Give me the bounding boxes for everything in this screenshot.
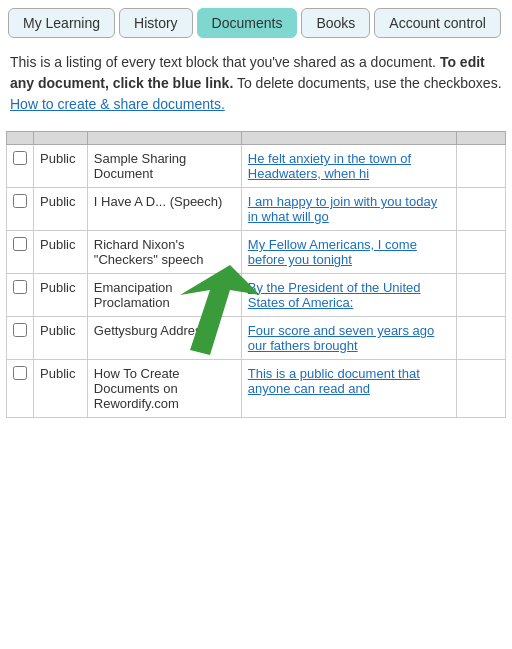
row-checkbox-1[interactable] — [13, 194, 27, 208]
row-title-0: Sample Sharing Document — [87, 145, 241, 188]
content-link-0[interactable]: He felt anxiety in the town of Headwater… — [248, 151, 411, 181]
tab-books[interactable]: Books — [301, 8, 370, 38]
row-title-1: I Have A D... (Speech) — [87, 188, 241, 231]
row-type-0: Public — [34, 145, 88, 188]
content-link-3[interactable]: By the President of the United States of… — [248, 280, 421, 310]
tab-account-control[interactable]: Account control — [374, 8, 501, 38]
row-title-3: Emancipation Proclamation — [87, 274, 241, 317]
row-type-2: Public — [34, 231, 88, 274]
row-title-2: Richard Nixon's "Checkers" speech — [87, 231, 241, 274]
tab-history[interactable]: History — [119, 8, 193, 38]
content-link-5[interactable]: This is a public document that anyone ca… — [248, 366, 420, 396]
header-title — [87, 132, 241, 145]
header-content — [241, 132, 456, 145]
row-content-5[interactable]: This is a public document that anyone ca… — [241, 360, 456, 418]
row-checkbox-3[interactable] — [13, 280, 27, 294]
row-checkbox-0[interactable] — [13, 151, 27, 165]
row-book-2 — [457, 231, 506, 274]
documents-table: PublicSample Sharing DocumentHe felt anx… — [6, 131, 506, 418]
row-content-2[interactable]: My Fellow Americans, I come before you t… — [241, 231, 456, 274]
row-checkbox-2[interactable] — [13, 237, 27, 251]
row-book-4 — [457, 317, 506, 360]
row-content-1[interactable]: I am happy to join with you today in wha… — [241, 188, 456, 231]
how-to-link[interactable]: How to create & share documents. — [10, 96, 225, 112]
table-row: PublicGettysburg AddressFour score and s… — [7, 317, 506, 360]
row-type-1: Public — [34, 188, 88, 231]
info-bold: To edit any document, click the blue lin… — [10, 54, 485, 91]
tab-documents[interactable]: Documents — [197, 8, 298, 38]
row-checkbox-4[interactable] — [13, 323, 27, 337]
header-book — [457, 132, 506, 145]
row-content-4[interactable]: Four score and seven years ago our fathe… — [241, 317, 456, 360]
row-content-0[interactable]: He felt anxiety in the town of Headwater… — [241, 145, 456, 188]
table-row: PublicEmancipation ProclamationBy the Pr… — [7, 274, 506, 317]
table-row: PublicI Have A D... (Speech)I am happy t… — [7, 188, 506, 231]
table-row: PublicRichard Nixon's "Checkers" speechM… — [7, 231, 506, 274]
header-type — [34, 132, 88, 145]
content-link-2[interactable]: My Fellow Americans, I come before you t… — [248, 237, 417, 267]
row-type-3: Public — [34, 274, 88, 317]
tab-my-learning[interactable]: My Learning — [8, 8, 115, 38]
row-title-4: Gettysburg Address — [87, 317, 241, 360]
table-row: PublicSample Sharing DocumentHe felt anx… — [7, 145, 506, 188]
doc-table-wrap: PublicSample Sharing DocumentHe felt anx… — [0, 125, 512, 428]
info-text: This is a listing of every text block th… — [10, 54, 502, 91]
nav-tabs: My LearningHistoryDocumentsBooksAccount … — [0, 0, 512, 38]
row-checkbox-5[interactable] — [13, 366, 27, 380]
row-content-3[interactable]: By the President of the United States of… — [241, 274, 456, 317]
row-book-3 — [457, 274, 506, 317]
row-book-1 — [457, 188, 506, 231]
row-type-4: Public — [34, 317, 88, 360]
row-book-0 — [457, 145, 506, 188]
row-type-5: Public — [34, 360, 88, 418]
table-header-row — [7, 132, 506, 145]
content-link-1[interactable]: I am happy to join with you today in wha… — [248, 194, 437, 224]
header-check — [7, 132, 34, 145]
info-section: This is a listing of every text block th… — [0, 38, 512, 125]
row-title-5: How To Create Documents on Rewordify.com — [87, 360, 241, 418]
table-row: PublicHow To Create Documents on Rewordi… — [7, 360, 506, 418]
row-book-5 — [457, 360, 506, 418]
content-link-4[interactable]: Four score and seven years ago our fathe… — [248, 323, 434, 353]
